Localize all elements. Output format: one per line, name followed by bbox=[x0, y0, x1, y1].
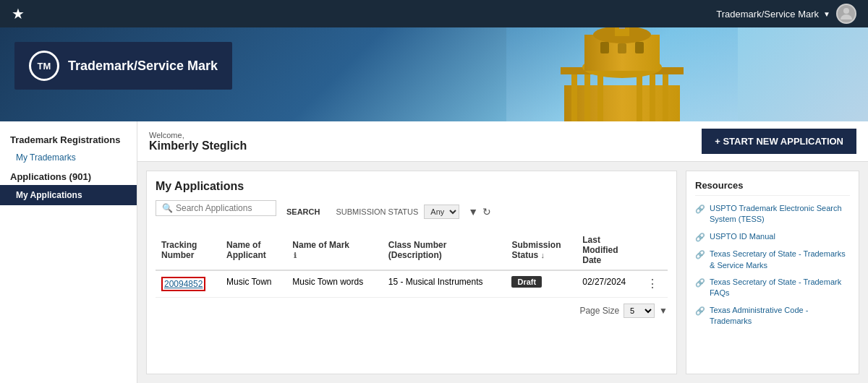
status-filter-select[interactable]: Any bbox=[424, 205, 459, 219]
link-icon-1: 🔗 bbox=[695, 232, 705, 243]
svg-point-0 bbox=[843, 8, 849, 14]
filter-icon[interactable]: ▼ bbox=[468, 206, 478, 218]
user-avatar[interactable] bbox=[836, 4, 856, 24]
start-new-application-button[interactable]: + START NEW APPLICATION bbox=[702, 129, 856, 154]
cell-status: Draft bbox=[506, 270, 576, 298]
search-filter-row: 🔍 SEARCH SUBMISSION STATUS Any ▼ ↻ bbox=[156, 200, 668, 223]
col-name-applicant: Name ofApplicant bbox=[221, 231, 286, 270]
welcome-bar: Welcome, Kimberly Steglich + START NEW A… bbox=[137, 121, 868, 162]
table-row: 20094852 Music Town Music Town words 15 … bbox=[156, 270, 668, 298]
svg-rect-3 bbox=[571, 71, 577, 121]
content-area: Welcome, Kimberly Steglich + START NEW A… bbox=[137, 121, 868, 383]
col-last-modified: LastModifiedDate bbox=[576, 231, 641, 270]
svg-rect-6 bbox=[637, 71, 642, 121]
resource-link-3[interactable]: 🔗 Texas Secretary of State - Trademark F… bbox=[695, 277, 850, 299]
page-size-dropdown-arrow: ▼ bbox=[659, 306, 668, 316]
hero-brand-title: Trademark/Service Mark bbox=[68, 59, 218, 74]
svg-rect-8 bbox=[663, 71, 668, 121]
resources-title: Resources bbox=[695, 180, 850, 196]
cell-last-modified: 02/27/2024 bbox=[576, 270, 641, 298]
search-icon: 🔍 bbox=[162, 203, 173, 213]
sidebar: Trademark Registrations My Trademarks Ap… bbox=[0, 121, 137, 383]
filter-icons-group: ▼ ↻ bbox=[468, 206, 491, 218]
svg-rect-19 bbox=[618, 43, 626, 53]
link-icon-3: 🔗 bbox=[695, 277, 705, 288]
refresh-icon[interactable]: ↻ bbox=[482, 206, 491, 218]
applications-panel: My Applications 🔍 SEARCH SUBMISSION STAT… bbox=[146, 171, 677, 374]
cell-row-menu[interactable]: ⋮ bbox=[641, 270, 668, 298]
col-name-mark: Name of Markℹ bbox=[286, 231, 382, 270]
resource-link-1[interactable]: 🔗 USPTO ID Manual bbox=[695, 231, 850, 243]
tracking-number-link[interactable]: 20094852 bbox=[161, 277, 205, 291]
applications-table: TrackingNumber Name ofApplicant Name of … bbox=[156, 231, 668, 298]
svg-rect-14 bbox=[619, 27, 625, 29]
welcome-greeting: Welcome, bbox=[149, 131, 247, 139]
cell-applicant-name: Music Town bbox=[221, 270, 286, 298]
top-navigation: ★ Trademark/Service Mark ▼ bbox=[0, 0, 868, 27]
col-tracking-number: TrackingNumber bbox=[156, 231, 221, 270]
col-actions bbox=[641, 231, 668, 270]
svg-rect-17 bbox=[600, 42, 609, 53]
link-icon-0: 🔗 bbox=[695, 204, 705, 215]
page-size-label: Page Size bbox=[579, 306, 619, 316]
cell-mark-name: Music Town words bbox=[286, 270, 382, 298]
dropdown-arrow-icon: ▼ bbox=[823, 10, 830, 18]
avatar-icon bbox=[838, 5, 855, 22]
search-button[interactable]: SEARCH bbox=[282, 207, 324, 216]
svg-rect-7 bbox=[650, 71, 655, 121]
link-icon-2: 🔗 bbox=[695, 249, 705, 260]
search-box: 🔍 bbox=[156, 200, 276, 216]
user-menu[interactable]: Trademark/Service Mark ▼ bbox=[716, 9, 830, 20]
cell-class-number: 15 - Musical Instruments bbox=[383, 270, 506, 298]
nav-user-area[interactable]: Trademark/Service Mark ▼ bbox=[716, 4, 856, 24]
svg-rect-4 bbox=[584, 71, 590, 121]
resources-panel: Resources 🔗 USPTO Trademark Electronic S… bbox=[686, 171, 859, 374]
col-submission-status: SubmissionStatus ↓ bbox=[506, 231, 576, 270]
applications-panel-title: My Applications bbox=[156, 180, 668, 193]
main-layout: Trademark Registrations My Trademarks Ap… bbox=[0, 121, 868, 383]
star-icon: ★ bbox=[12, 5, 25, 22]
resource-link-2[interactable]: 🔗 Texas Secretary of State - Trademarks … bbox=[695, 249, 850, 271]
page-size-select[interactable]: 5 10 25 bbox=[624, 304, 655, 318]
nav-logo-area: ★ bbox=[12, 5, 25, 22]
status-badge-draft: Draft bbox=[511, 276, 542, 288]
resource-link-0[interactable]: 🔗 USPTO Trademark Electronic Search Syst… bbox=[695, 203, 850, 225]
cell-tracking-number: 20094852 bbox=[156, 270, 221, 298]
submission-status-label: SUBMISSION STATUS bbox=[336, 207, 418, 216]
welcome-text-area: Welcome, Kimberly Steglich bbox=[149, 131, 247, 152]
tm-logo: TM bbox=[29, 51, 59, 81]
capitol-dome-illustration bbox=[506, 27, 738, 121]
page-size-row: Page Size 5 10 25 ▼ bbox=[156, 304, 668, 318]
svg-rect-18 bbox=[635, 42, 644, 53]
nav-app-name: Trademark/Service Mark bbox=[716, 9, 819, 20]
sidebar-item-my-applications[interactable]: My Applications bbox=[0, 185, 137, 205]
search-input[interactable] bbox=[176, 203, 270, 213]
col-class-number: Class Number(Description) bbox=[383, 231, 506, 270]
link-icon-4: 🔗 bbox=[695, 306, 705, 317]
hero-banner: TM Trademark/Service Mark bbox=[0, 27, 868, 121]
welcome-user-name: Kimberly Steglich bbox=[149, 139, 247, 152]
sidebar-item-my-trademarks[interactable]: My Trademarks bbox=[0, 150, 137, 165]
resource-link-4[interactable]: 🔗 Texas Administrative Code - Trademarks bbox=[695, 305, 850, 327]
svg-rect-5 bbox=[597, 71, 603, 121]
hero-brand-box: TM Trademark/Service Mark bbox=[14, 42, 232, 90]
sidebar-section-trademarks: Trademark Registrations bbox=[0, 130, 137, 150]
content-body: My Applications 🔍 SEARCH SUBMISSION STAT… bbox=[137, 162, 868, 383]
table-header-row: TrackingNumber Name ofApplicant Name of … bbox=[156, 231, 668, 270]
sidebar-section-applications: Applications (901) bbox=[0, 165, 137, 185]
